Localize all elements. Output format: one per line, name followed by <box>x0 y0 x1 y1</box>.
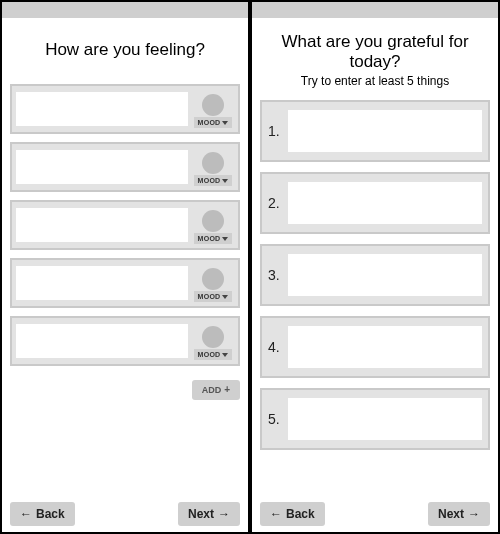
back-button[interactable]: Back <box>260 502 325 526</box>
mood-row: MOOD <box>10 142 240 192</box>
gratitude-row: 5. <box>260 388 490 450</box>
phone-gratitude-screen: What are you grateful for today? Try to … <box>250 0 500 534</box>
mood-text-input[interactable] <box>16 92 188 126</box>
chevron-down-icon <box>222 179 228 183</box>
next-label: Next <box>188 507 214 521</box>
next-label: Next <box>438 507 464 521</box>
chevron-down-icon <box>222 121 228 125</box>
mood-dropdown-chip[interactable]: MOOD <box>194 233 233 244</box>
chevron-down-icon <box>222 237 228 241</box>
phone-mood-screen: How are you feeling? MOOD <box>0 0 250 534</box>
mood-circle-icon <box>202 326 224 348</box>
gratitude-row: 1. <box>260 100 490 162</box>
mood-chip-label: MOOD <box>198 235 221 242</box>
chevron-down-icon <box>222 295 228 299</box>
mood-chip-label: MOOD <box>198 351 221 358</box>
row-number: 2. <box>268 195 288 211</box>
mood-circle-icon <box>202 268 224 290</box>
row-number: 1. <box>268 123 288 139</box>
mood-text-input[interactable] <box>16 150 188 184</box>
back-label: Back <box>36 507 65 521</box>
mood-row: MOOD <box>10 200 240 250</box>
gratitude-row: 4. <box>260 316 490 378</box>
gratitude-entry-list: 1. 2. 3. 4. 5. <box>260 100 490 450</box>
mood-circle-icon <box>202 210 224 232</box>
next-button[interactable]: Next <box>428 502 490 526</box>
gratitude-text-input[interactable] <box>288 254 482 296</box>
gratitude-text-input[interactable] <box>288 110 482 152</box>
back-button[interactable]: Back <box>10 502 75 526</box>
mood-dropdown-chip[interactable]: MOOD <box>194 117 233 128</box>
mood-text-input[interactable] <box>16 324 188 358</box>
screen-content-mood: How are you feeling? MOOD <box>2 18 248 532</box>
mood-text-input[interactable] <box>16 208 188 242</box>
gratitude-row: 2. <box>260 172 490 234</box>
next-button[interactable]: Next <box>178 502 240 526</box>
page-title: How are you feeling? <box>10 40 240 60</box>
mood-dropdown-chip[interactable]: MOOD <box>194 175 233 186</box>
row-number: 5. <box>268 411 288 427</box>
mood-selector[interactable]: MOOD <box>192 206 234 244</box>
row-number: 4. <box>268 339 288 355</box>
screen-content-gratitude: What are you grateful for today? Try to … <box>252 18 498 532</box>
add-label: ADD <box>202 385 222 395</box>
mood-circle-icon <box>202 94 224 116</box>
mood-text-input[interactable] <box>16 266 188 300</box>
mood-row: MOOD <box>10 258 240 308</box>
status-bar <box>2 2 248 18</box>
mood-row: MOOD <box>10 84 240 134</box>
wireframe-stage: How are you feeling? MOOD <box>0 0 500 534</box>
row-number: 3. <box>268 267 288 283</box>
mood-circle-icon <box>202 152 224 174</box>
mood-selector[interactable]: MOOD <box>192 322 234 360</box>
mood-chip-label: MOOD <box>198 119 221 126</box>
mood-entry-list: MOOD MOOD <box>10 84 240 400</box>
mood-row: MOOD <box>10 316 240 366</box>
gratitude-text-input[interactable] <box>288 182 482 224</box>
mood-selector[interactable]: MOOD <box>192 148 234 186</box>
chevron-down-icon <box>222 353 228 357</box>
page-title: What are you grateful for today? <box>260 32 490 72</box>
mood-dropdown-chip[interactable]: MOOD <box>194 291 233 302</box>
status-bar <box>252 2 498 18</box>
add-mood-button[interactable]: ADD + <box>192 380 240 400</box>
plus-icon: + <box>224 385 230 395</box>
gratitude-text-input[interactable] <box>288 326 482 368</box>
gratitude-row: 3. <box>260 244 490 306</box>
mood-dropdown-chip[interactable]: MOOD <box>194 349 233 360</box>
mood-selector[interactable]: MOOD <box>192 90 234 128</box>
page-subtitle: Try to enter at least 5 things <box>260 74 490 88</box>
back-label: Back <box>286 507 315 521</box>
mood-selector[interactable]: MOOD <box>192 264 234 302</box>
bottom-nav: Back Next <box>260 502 490 526</box>
mood-chip-label: MOOD <box>198 293 221 300</box>
mood-chip-label: MOOD <box>198 177 221 184</box>
bottom-nav: Back Next <box>10 502 240 526</box>
gratitude-text-input[interactable] <box>288 398 482 440</box>
